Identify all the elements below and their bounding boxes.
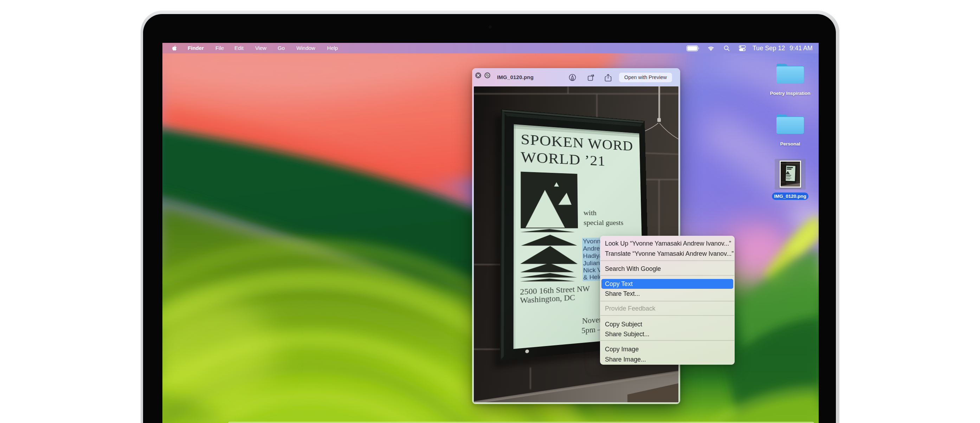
svg-text:special guests: special guests xyxy=(584,218,623,227)
svg-text:with: with xyxy=(584,209,597,217)
